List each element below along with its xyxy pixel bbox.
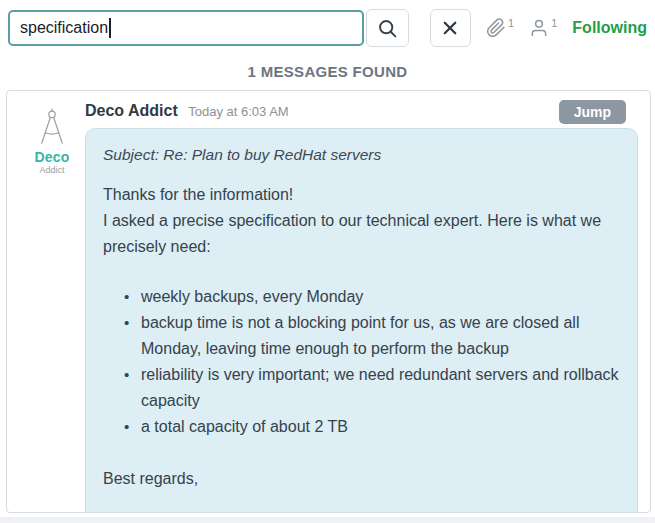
following-button[interactable]: Following: [572, 19, 647, 37]
author-name: Deco Addict: [85, 102, 178, 119]
message-timestamp: Today at 6:03 AM: [188, 104, 288, 119]
avatar-brand-label: Deco: [34, 150, 69, 165]
followers-button[interactable]: 1: [529, 18, 557, 38]
messages-found-header: 1 MESSAGES FOUND: [0, 63, 655, 80]
paperclip-icon: [486, 18, 506, 38]
attachments-button[interactable]: 1: [486, 18, 514, 38]
message-closing: Best regards,: [103, 466, 621, 492]
footer-strip: [0, 517, 655, 523]
list-item: a total capacity of about 2 TB: [141, 414, 621, 440]
person-icon: [529, 18, 549, 38]
message-line-1: Thanks for the information!: [103, 182, 621, 208]
message-line-2: I asked a precise specification to our t…: [103, 208, 621, 260]
list-item: reliability is very important; we need r…: [141, 362, 621, 414]
requirements-list: weekly backups, every Monday backup time…: [103, 284, 621, 440]
list-item: backup time is not a blocking point for …: [141, 310, 621, 362]
close-icon: [441, 19, 459, 37]
message-card: Deco Addict Deco Addict Today at 6:03 AM…: [6, 90, 651, 513]
search-toolbar: specification 1 1 Fol: [0, 0, 655, 47]
search-input-value: specification: [20, 19, 108, 37]
message-main: Deco Addict Today at 6:03 AM Subject: Re…: [85, 101, 638, 507]
avatar-brand-sublabel: Addict: [39, 165, 64, 176]
drafting-compass-icon: [32, 107, 72, 149]
text-caret: [109, 18, 111, 38]
message-header: Deco Addict Today at 6:03 AM: [85, 102, 638, 120]
followers-count: 1: [551, 17, 557, 29]
list-item: weekly backups, every Monday: [141, 284, 621, 310]
search-icon: [377, 18, 398, 39]
message-bubble: Subject: Re: Plan to buy RedHat servers …: [85, 128, 638, 513]
close-search-button[interactable]: [430, 9, 471, 47]
search-button[interactable]: [366, 9, 409, 47]
avatar: Deco Addict: [19, 101, 85, 507]
search-input[interactable]: specification: [8, 10, 364, 46]
jump-button[interactable]: Jump: [559, 100, 626, 124]
message-subject: Subject: Re: Plan to buy RedHat servers: [103, 142, 621, 168]
attachments-count: 1: [508, 17, 514, 29]
